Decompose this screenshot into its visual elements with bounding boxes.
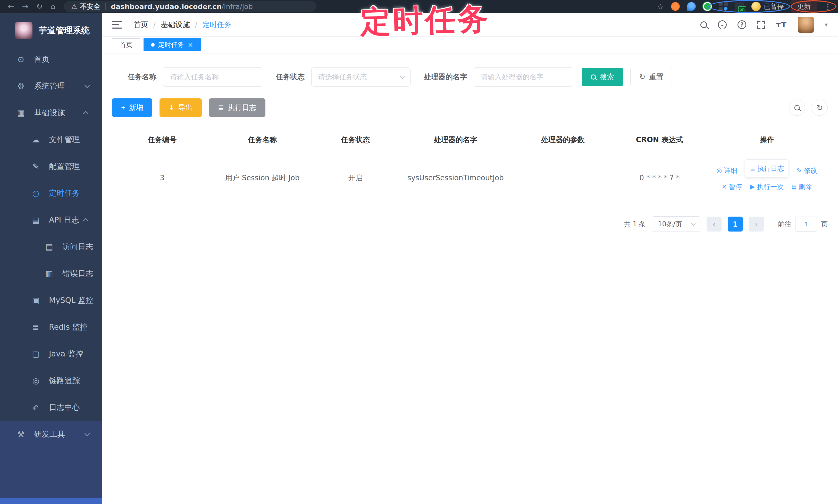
- reset-button[interactable]: ↻ 重置: [630, 68, 672, 86]
- search-icon[interactable]: [700, 21, 707, 28]
- app-logo-block: 芋道管理系统: [0, 13, 102, 46]
- chevron-down-icon: [85, 83, 90, 88]
- sidebar-item-scheduled-tasks[interactable]: ◷ 定时任务: [0, 180, 102, 206]
- cloud-upload-icon: ☁: [30, 135, 42, 144]
- toggle-search-button[interactable]: [789, 100, 805, 115]
- edit-icon: ✎: [797, 165, 802, 176]
- task-status-label: 任务状态: [276, 72, 304, 82]
- detail-link[interactable]: ◎ 详细: [716, 165, 737, 176]
- extension-icon[interactable]: [719, 2, 728, 11]
- extension-icon[interactable]: on: [735, 2, 744, 11]
- row-execution-log-link[interactable]: ≣ 执行日志: [745, 159, 789, 177]
- extension-on-badge: on: [738, 6, 746, 12]
- browser-reload-icon[interactable]: ↻: [36, 3, 42, 10]
- tab-home[interactable]: 首页: [112, 38, 140, 51]
- run-once-link[interactable]: ▶ 执行一次: [750, 181, 784, 192]
- address-bar[interactable]: ⚠ 不安全 dashboard.yudao.iocoder.cn /infra/…: [64, 1, 316, 12]
- sidebar-item-api-logs[interactable]: ▤ API 日志: [0, 206, 102, 233]
- page-number-button[interactable]: 1: [728, 217, 743, 232]
- download-icon: ↧: [169, 104, 174, 111]
- sidebar-item-error-logs[interactable]: ▥ 错误日志: [0, 260, 102, 287]
- sidebar-item-infrastructure[interactable]: ▦ 基础设施: [0, 100, 102, 126]
- close-icon[interactable]: ×: [188, 41, 193, 48]
- font-size-icon[interactable]: ᴛT: [776, 20, 787, 29]
- breadcrumb-home[interactable]: 首页: [134, 20, 148, 30]
- play-icon: ▶: [750, 182, 755, 192]
- refresh-icon: ↻: [816, 103, 823, 112]
- profile-sync-chip[interactable]: 已暂停: [751, 2, 784, 11]
- chevron-up-icon: [83, 218, 88, 223]
- plus-icon: +: [121, 104, 125, 111]
- task-name-input[interactable]: [163, 68, 262, 87]
- extension-icon[interactable]: [671, 2, 680, 11]
- java-monitor-icon: ▢: [30, 349, 42, 359]
- col-handler-name: 处理器的名字: [398, 128, 513, 152]
- col-handler-param: 处理器的参数: [513, 128, 613, 152]
- sidebar-item-home[interactable]: ⊙ 首页: [0, 46, 102, 73]
- extension-icon[interactable]: [687, 2, 696, 11]
- warning-icon: ⚠: [71, 3, 77, 10]
- extension-icon[interactable]: [703, 2, 712, 11]
- sidebar-item-system-management[interactable]: ⚙ 系统管理: [0, 73, 102, 100]
- sidebar-item-trace[interactable]: ◎ 链路追踪: [0, 367, 102, 394]
- page-size-select[interactable]: 10条/页: [652, 216, 700, 232]
- prev-page-button[interactable]: ‹: [706, 217, 721, 232]
- chevron-down-icon[interactable]: ▾: [825, 21, 828, 28]
- next-page-button[interactable]: ›: [749, 217, 764, 232]
- timer-icon: ◷: [30, 188, 42, 198]
- refresh-icon: ↻: [639, 73, 645, 80]
- browser-home-icon[interactable]: ⌂: [50, 3, 55, 10]
- fullscreen-icon[interactable]: [757, 21, 765, 29]
- execution-log-button[interactable]: ≣ 执行日志: [209, 98, 265, 117]
- tab-scheduled-tasks[interactable]: 定时任务 ×: [143, 38, 201, 51]
- search-button[interactable]: 搜索: [582, 68, 623, 86]
- security-label: 不安全: [80, 2, 100, 11]
- export-button[interactable]: ↧ 导出: [159, 98, 202, 117]
- chevron-up-icon: [83, 111, 88, 116]
- delete-link[interactable]: ⊟ 删除: [791, 181, 812, 192]
- col-task-status: 任务状态: [313, 128, 398, 152]
- cell-cron: 0 * * * * ? *: [613, 152, 706, 204]
- log-center-icon: ✐: [30, 403, 42, 412]
- github-icon[interactable]: [718, 20, 727, 29]
- task-status-select[interactable]: 请选择任务状态: [311, 68, 411, 87]
- jobs-table: 任务编号 任务名称 任务状态 处理器的名字 处理器的参数 CRON 表达式 操作…: [112, 128, 828, 204]
- goto-page-input[interactable]: [795, 217, 817, 232]
- pause-link[interactable]: × 暂停: [722, 181, 743, 192]
- browser-menu-icon[interactable]: ⋮: [824, 2, 832, 11]
- page-unit-label: 页: [821, 220, 828, 229]
- user-avatar[interactable]: [798, 17, 814, 33]
- browser-forward-icon[interactable]: →: [22, 3, 28, 10]
- browser-update-button[interactable]: 更新: [791, 0, 817, 13]
- cell-actions: ◎ 详细 ≣ 执行日志 ✎ 修改: [706, 152, 828, 204]
- chevron-down-icon: [400, 74, 405, 79]
- sidebar-item-redis-monitor[interactable]: ≣ Redis 监控: [0, 314, 102, 340]
- browser-back-icon[interactable]: ←: [8, 3, 14, 10]
- sidebar-item-access-logs[interactable]: ▤ 访问日志: [0, 233, 102, 260]
- handler-name-input[interactable]: [474, 68, 573, 87]
- bookmark-star-icon[interactable]: ☆: [657, 2, 664, 11]
- add-button[interactable]: + 新增: [112, 98, 152, 117]
- refresh-button[interactable]: ↻: [812, 100, 828, 115]
- sidebar-item-java-monitor[interactable]: ▢ Java 监控: [0, 340, 102, 367]
- table-header-row: 任务编号 任务名称 任务状态 处理器的名字 处理器的参数 CRON 表达式 操作: [112, 128, 828, 152]
- trace-icon: ◎: [30, 376, 42, 385]
- sidebar-item-config-management[interactable]: ✎ 配置管理: [0, 153, 102, 180]
- sidebar-item-mysql-monitor[interactable]: ▣ MySQL 监控: [0, 287, 102, 314]
- sidebar-item-dev-tools[interactable]: ⚒ 研发工具: [0, 421, 102, 448]
- redis-monitor-icon: ≣: [30, 322, 42, 332]
- edit-link[interactable]: ✎ 修改: [797, 165, 817, 176]
- active-tab-dot: [151, 43, 155, 47]
- table-toolbar: + 新增 ↧ 导出 ≣ 执行日志 ↻: [112, 98, 828, 117]
- list-icon: ≣: [218, 104, 224, 111]
- sidebar-scrollbar[interactable]: [0, 498, 102, 504]
- breadcrumb-infrastructure[interactable]: 基础设施: [161, 20, 190, 30]
- search-icon: [591, 74, 596, 79]
- help-icon[interactable]: ?: [737, 20, 746, 29]
- sidebar-item-file-management[interactable]: ☁ 文件管理: [0, 126, 102, 153]
- sidebar-item-log-center[interactable]: ✐ 日志中心: [0, 394, 102, 421]
- sidebar-collapse-icon[interactable]: [112, 21, 122, 29]
- breadcrumb-current: 定时任务: [203, 20, 231, 30]
- navbar-actions: ? ᴛT ▾: [700, 17, 828, 33]
- error-log-icon: ▥: [43, 269, 55, 278]
